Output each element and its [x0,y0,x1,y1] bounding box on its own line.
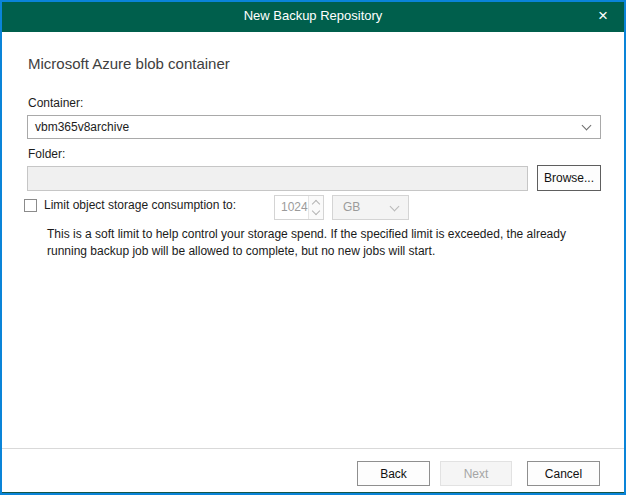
limit-hint-text: This is a soft limit to help control you… [47,226,603,260]
chevron-down-icon [390,202,400,212]
container-combobox[interactable]: vbm365v8archive [27,115,601,139]
limit-amount-value: 1024 [281,200,308,214]
back-button[interactable]: Back [357,461,430,486]
container-selected-value: vbm365v8archive [35,120,129,134]
footer-divider [2,448,624,449]
cancel-button[interactable]: Cancel [527,461,600,486]
window-bottom-shade [2,492,624,493]
container-label: Container: [28,96,83,110]
limit-unit-select: GB [332,195,409,220]
close-icon: × [598,6,608,25]
spinner-arrows [308,196,323,219]
limit-storage-checkbox[interactable] [24,199,37,212]
browse-button[interactable]: Browse... [537,165,601,191]
close-button[interactable]: × [588,4,618,28]
limit-amount-spinner: 1024 [274,195,324,220]
limit-storage-checkbox-label: Limit object storage consumption to: [44,198,236,212]
spinner-down-icon [312,207,320,215]
new-backup-repository-dialog: New Backup Repository × Microsoft Azure … [0,0,626,495]
dialog-title: New Backup Repository [0,0,626,32]
folder-label: Folder: [28,147,65,161]
folder-input [27,166,528,191]
limit-unit-value: GB [343,200,360,214]
chevron-down-icon [582,121,592,131]
next-button[interactable]: Next [440,461,512,486]
page-title: Microsoft Azure blob container [28,55,230,72]
titlebar: New Backup Repository × [0,0,626,32]
